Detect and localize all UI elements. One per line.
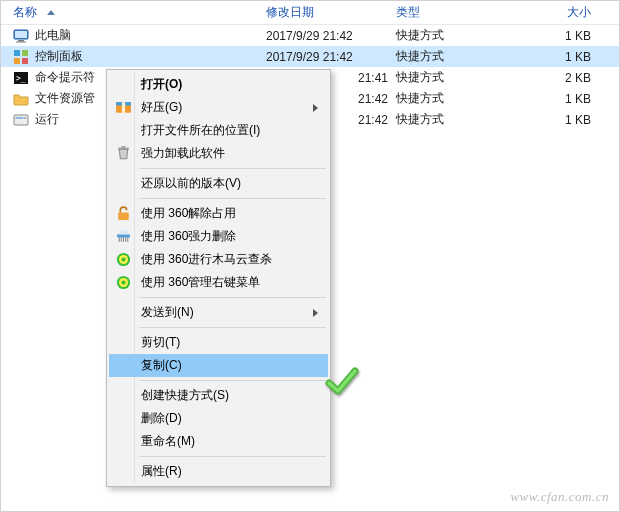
submenu-arrow-icon xyxy=(313,104,318,112)
cmd-icon: >_ xyxy=(13,70,29,86)
svg-rect-18 xyxy=(118,212,129,219)
svg-rect-5 xyxy=(22,50,28,56)
column-header[interactable]: 名称 修改日期 类型 大小 xyxy=(1,1,619,25)
svg-point-23 xyxy=(121,257,125,261)
watermark: www.cfan.com.cn xyxy=(510,489,609,505)
menu-label: 属性(R) xyxy=(141,463,182,480)
file-name: 此电脑 xyxy=(35,27,71,44)
svg-rect-16 xyxy=(118,148,129,150)
svg-rect-19 xyxy=(117,234,130,237)
pc-icon xyxy=(13,28,29,44)
shredder-icon xyxy=(115,228,132,245)
menu-360-manage-context[interactable]: 使用 360管理右键菜单 xyxy=(109,271,328,294)
col-header-name[interactable]: 名称 xyxy=(1,4,266,21)
menu-send-to[interactable]: 发送到(N) xyxy=(109,301,328,324)
menu-separator xyxy=(139,168,326,169)
sort-ascending-icon xyxy=(47,10,55,15)
menu-label: 还原以前的版本(V) xyxy=(141,175,241,192)
file-size: 2 KB xyxy=(516,71,619,85)
file-row[interactable]: 此电脑 2017/9/29 21:42 快捷方式 1 KB xyxy=(1,25,619,46)
menu-separator xyxy=(139,456,326,457)
menu-create-shortcut[interactable]: 创建快捷方式(S) xyxy=(109,384,328,407)
menu-separator xyxy=(139,297,326,298)
menu-360-cloud-scan[interactable]: 使用 360进行木马云查杀 xyxy=(109,248,328,271)
svg-rect-11 xyxy=(16,117,24,119)
menu-label: 好压(G) xyxy=(141,99,182,116)
file-name: 文件资源管 xyxy=(35,90,95,107)
menu-copy[interactable]: 复制(C) xyxy=(109,354,328,377)
menu-360-release[interactable]: 使用 360解除占用 xyxy=(109,202,328,225)
submenu-arrow-icon xyxy=(313,309,318,317)
file-size: 1 KB xyxy=(516,29,619,43)
menu-label: 使用 360管理右键菜单 xyxy=(141,274,260,291)
menu-separator xyxy=(139,327,326,328)
file-type: 快捷方式 xyxy=(396,90,516,107)
svg-rect-6 xyxy=(14,58,20,64)
unlock-icon xyxy=(115,205,132,222)
context-menu: 打开(O) 好压(G) 打开文件所在的位置(I) 强力卸载此软件 还原以前的版本… xyxy=(106,69,331,487)
menu-force-uninstall[interactable]: 强力卸载此软件 xyxy=(109,142,328,165)
panel-icon xyxy=(13,49,29,65)
col-header-type[interactable]: 类型 xyxy=(396,4,516,21)
menu-open[interactable]: 打开(O) xyxy=(109,73,328,96)
col-header-name-label: 名称 xyxy=(13,4,37,21)
menu-label: 删除(D) xyxy=(141,410,182,427)
menu-label: 发送到(N) xyxy=(141,304,194,321)
svg-rect-12 xyxy=(24,117,27,119)
menu-cut[interactable]: 剪切(T) xyxy=(109,331,328,354)
menu-open-location[interactable]: 打开文件所在的位置(I) xyxy=(109,119,328,142)
file-type: 快捷方式 xyxy=(396,111,516,128)
file-date: 2017/9/29 21:42 xyxy=(266,29,396,43)
menu-label: 创建快捷方式(S) xyxy=(141,387,229,404)
menu-haozip[interactable]: 好压(G) xyxy=(109,96,328,119)
explorer-icon xyxy=(13,91,29,107)
svg-rect-15 xyxy=(122,102,125,113)
haozip-icon xyxy=(115,99,132,116)
svg-rect-17 xyxy=(121,146,125,148)
svg-rect-3 xyxy=(16,41,26,42)
file-name: 控制面板 xyxy=(35,48,83,65)
menu-label: 强力卸载此软件 xyxy=(141,145,225,162)
file-type: 快捷方式 xyxy=(396,48,516,65)
menu-separator xyxy=(139,380,326,381)
menu-label: 使用 360解除占用 xyxy=(141,205,236,222)
trash-icon xyxy=(115,145,132,162)
menu-label: 打开(O) xyxy=(141,76,182,93)
file-row[interactable]: 控制面板 2017/9/29 21:42 快捷方式 1 KB xyxy=(1,46,619,67)
svg-text:>_: >_ xyxy=(16,74,26,83)
col-header-date[interactable]: 修改日期 xyxy=(266,4,396,21)
menu-rename[interactable]: 重命名(M) xyxy=(109,430,328,453)
menu-label: 剪切(T) xyxy=(141,334,180,351)
menu-label: 打开文件所在的位置(I) xyxy=(141,122,260,139)
menu-properties[interactable]: 属性(R) xyxy=(109,460,328,483)
file-size: 1 KB xyxy=(516,113,619,127)
file-type: 快捷方式 xyxy=(396,27,516,44)
svg-point-26 xyxy=(121,280,125,284)
menu-separator xyxy=(139,198,326,199)
svg-rect-4 xyxy=(14,50,20,56)
360-menu-icon xyxy=(115,274,132,291)
file-date: 2017/9/29 21:42 xyxy=(266,50,396,64)
menu-label: 复制(C) xyxy=(141,357,182,374)
menu-restore-version[interactable]: 还原以前的版本(V) xyxy=(109,172,328,195)
svg-rect-20 xyxy=(119,230,128,234)
file-size: 1 KB xyxy=(516,50,619,64)
run-icon xyxy=(13,112,29,128)
checkmark-annotation-icon xyxy=(324,363,360,399)
col-header-size[interactable]: 大小 xyxy=(516,4,619,21)
file-name: 运行 xyxy=(35,111,59,128)
file-size: 1 KB xyxy=(516,92,619,106)
menu-label: 使用 360强力删除 xyxy=(141,228,236,245)
menu-label: 使用 360进行木马云查杀 xyxy=(141,251,272,268)
file-type: 快捷方式 xyxy=(396,69,516,86)
svg-rect-7 xyxy=(22,58,28,64)
svg-rect-2 xyxy=(18,40,24,42)
menu-360-force-delete[interactable]: 使用 360强力删除 xyxy=(109,225,328,248)
svg-rect-10 xyxy=(14,115,28,125)
file-name: 命令提示符 xyxy=(35,69,95,86)
360-shield-icon xyxy=(115,251,132,268)
menu-label: 重命名(M) xyxy=(141,433,195,450)
svg-rect-1 xyxy=(15,31,27,38)
menu-delete[interactable]: 删除(D) xyxy=(109,407,328,430)
